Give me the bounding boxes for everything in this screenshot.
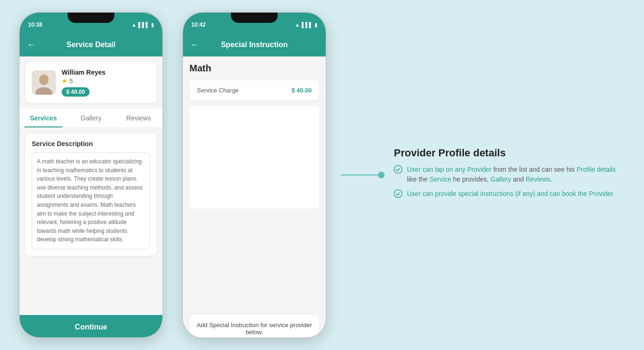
connector-dot bbox=[378, 172, 385, 178]
info-bullet-1: User can tap on any Provider from the li… bbox=[394, 165, 618, 184]
check-icon-1 bbox=[394, 165, 402, 174]
svg-point-4 bbox=[394, 165, 402, 173]
status-time-1: 10:38 bbox=[28, 21, 42, 28]
check-icon-2 bbox=[394, 189, 402, 198]
page-title-2: Special Instruction bbox=[221, 41, 287, 49]
right-section: Provider Profile details User can tap on… bbox=[341, 147, 625, 203]
back-button-2[interactable]: ← bbox=[190, 40, 199, 50]
status-bar-2: 10:42 ▲ ▌▌▌ ▮ bbox=[183, 13, 326, 33]
status-time-2: 10:42 bbox=[191, 21, 206, 28]
service-name: Math bbox=[189, 63, 319, 74]
provider-name: William Reyes bbox=[62, 69, 105, 76]
info-panel: Provider Profile details User can tap on… bbox=[394, 147, 618, 203]
continue-button[interactable]: Continue bbox=[20, 315, 162, 338]
tab-reviews[interactable]: Reviews bbox=[115, 109, 162, 127]
tab-services[interactable]: Services bbox=[20, 109, 67, 127]
provider-info: William Reyes ★ 5 $ 40.00 bbox=[62, 69, 105, 97]
status-icons-2: ▲ ▌▌▌ ▮ bbox=[295, 22, 317, 28]
info-bullet-text-1: User can tap on any Provider from the li… bbox=[407, 165, 618, 184]
phone1-content: William Reyes ★ 5 $ 40.00 Services Galle… bbox=[20, 56, 162, 315]
notch-2 bbox=[231, 13, 278, 23]
provider-rating: ★ 5 bbox=[62, 77, 105, 84]
wifi-icon: ▲ bbox=[132, 22, 137, 28]
battery-icon-2: ▮ bbox=[315, 22, 317, 28]
empty-content-area bbox=[189, 106, 319, 209]
rating-value: 5 bbox=[70, 77, 73, 84]
section-title: Service Description bbox=[32, 140, 150, 147]
svg-point-3 bbox=[40, 75, 48, 84]
price-badge: $ 40.00 bbox=[62, 87, 90, 97]
description-text: A math teacher is an educator specializi… bbox=[32, 152, 150, 249]
phone-1: 10:38 ▲ ▌▌▌ ▮ ← Service Detail William R… bbox=[19, 12, 163, 338]
info-bullet-text-2: User can provide special instructions (i… bbox=[407, 189, 615, 199]
provider-card: William Reyes ★ 5 $ 40.00 bbox=[25, 62, 157, 103]
star-icon: ★ bbox=[62, 77, 68, 84]
tabs-row: Services Gallery Reviews bbox=[20, 109, 162, 128]
instruction-container: Add Special Instruction for service prov… bbox=[183, 315, 326, 338]
tab-gallery[interactable]: Gallery bbox=[67, 109, 115, 127]
notch-1 bbox=[68, 13, 114, 23]
status-bar-1: 10:38 ▲ ▌▌▌ ▮ bbox=[20, 13, 162, 33]
signal-icon-2: ▌▌▌ bbox=[302, 22, 313, 28]
info-bullet-2: User can provide special instructions (i… bbox=[394, 189, 618, 199]
info-heading: Provider Profile details bbox=[394, 147, 618, 159]
page-title-1: Service Detail bbox=[67, 41, 116, 49]
avatar bbox=[32, 70, 56, 95]
header-bar-2: ← Special Instruction bbox=[183, 33, 326, 56]
instruction-section: Add Special Instruction for service prov… bbox=[189, 315, 319, 338]
instruction-label: Add Special Instruction for service prov… bbox=[196, 322, 313, 336]
phone2-content: Math Service Charge $ 40.00 bbox=[183, 56, 326, 315]
charge-label: Service Charge bbox=[197, 87, 239, 94]
charge-card: Service Charge $ 40.00 bbox=[189, 80, 319, 100]
connector-line bbox=[341, 175, 378, 175]
charge-amount: $ 40.00 bbox=[292, 87, 312, 94]
battery-icon: ▮ bbox=[151, 22, 154, 28]
svg-point-5 bbox=[394, 189, 402, 197]
phone-2: 10:42 ▲ ▌▌▌ ▮ ← Special Instruction Math… bbox=[182, 12, 327, 338]
service-description-section: Service Description A math teacher is an… bbox=[25, 133, 157, 256]
header-bar-1: ← Service Detail bbox=[20, 33, 162, 56]
wifi-icon-2: ▲ bbox=[295, 22, 300, 28]
signal-icon: ▌▌▌ bbox=[139, 22, 149, 28]
back-button-1[interactable]: ← bbox=[27, 40, 35, 50]
status-icons-1: ▲ ▌▌▌ ▮ bbox=[132, 22, 154, 28]
